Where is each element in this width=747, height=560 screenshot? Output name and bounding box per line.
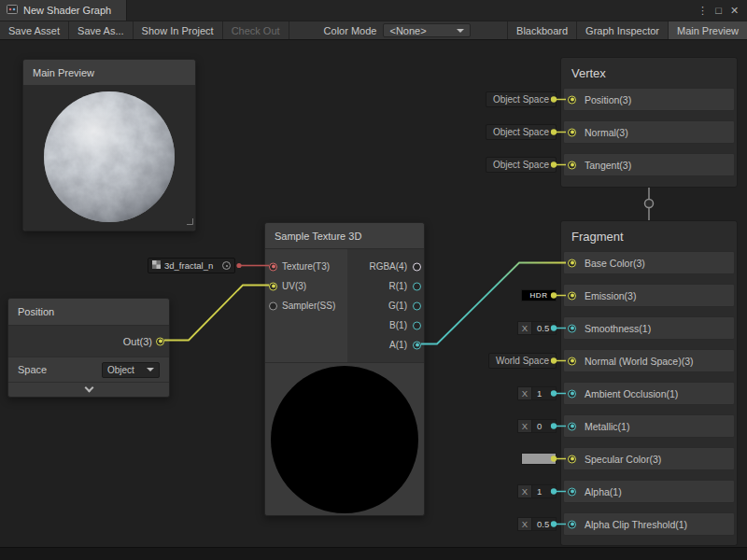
tangent-space-dropdown[interactable]: Object Space (486, 157, 557, 173)
fragment-row-emission[interactable]: Emission(3) (563, 284, 735, 307)
x-component-label: X (517, 517, 532, 531)
sample-node-header[interactable]: Sample Texture 3D (265, 223, 424, 249)
normal-ws-port[interactable] (568, 357, 576, 365)
ambient-occlusion-field[interactable]: X 1 (517, 386, 557, 400)
canvas-bottom-strip (0, 547, 747, 560)
toolbar: Save Asset Save As... Show In Project Ch… (0, 21, 747, 40)
shader-graph-window: New Shader Graph ⋮ □ ✕ Save Asset Save A… (0, 0, 747, 560)
fragment-row-specular-color[interactable]: Specular Color(3) (563, 447, 735, 470)
save-as-button[interactable]: Save As... (69, 21, 134, 39)
fragment-row-smoothness[interactable]: Smoothness(1) (563, 316, 735, 340)
ambient-occlusion-port[interactable] (568, 389, 576, 398)
row-label: Position(3) (585, 94, 631, 105)
a-output-row: A(1) (347, 335, 424, 355)
alpha-field[interactable]: X 1 (517, 484, 557, 498)
resize-handle-icon[interactable] (187, 212, 193, 229)
g-output-port[interactable] (413, 301, 421, 310)
position-node-header[interactable]: Position (8, 299, 169, 326)
emission-hdr-swatch[interactable]: HDR (521, 289, 557, 301)
caret-down-icon (457, 29, 464, 33)
fragment-row-base-color[interactable]: Base Color(3) (563, 251, 735, 274)
color-mode-value: <None> (389, 25, 426, 36)
fragment-context[interactable]: Fragment Base Color(3) Emission(3) Smoot… (560, 220, 738, 546)
texture-field[interactable]: 3d_fractal_n (148, 258, 235, 273)
position-node[interactable]: Position Out(3) Space Object (7, 298, 170, 398)
vertex-row-normal[interactable]: Normal(3) (563, 120, 735, 144)
position-block-port[interactable] (568, 95, 576, 104)
port-label: G(1) (388, 301, 407, 311)
emission-widget[interactable]: HDR (521, 289, 557, 301)
sampler-input-port[interactable] (269, 301, 277, 310)
fragment-row-metallic[interactable]: Metallic(1) (563, 414, 735, 438)
smoothness-field[interactable]: X 0.5 (517, 321, 557, 335)
fragment-row-alpha-clip[interactable]: Alpha Clip Threshold(1) (563, 512, 735, 536)
row-label: Ambient Occlusion(1) (585, 388, 678, 399)
position-out-port[interactable] (156, 337, 164, 345)
normal-space-dropdown[interactable]: Object Space (486, 124, 557, 140)
vertex-row-position[interactable]: Position(3) (563, 88, 735, 111)
color-mode-dropdown[interactable]: <None> (383, 23, 471, 37)
main-preview-title: Main Preview (33, 67, 94, 78)
row-label: Normal(3) (585, 127, 628, 138)
r-output-port[interactable] (413, 282, 421, 290)
specular-color-port[interactable] (568, 455, 576, 463)
sampler-input-row: Sampler(SS) (265, 296, 347, 315)
specular-color-widget[interactable] (521, 453, 557, 465)
show-in-project-button[interactable]: Show In Project (134, 21, 223, 39)
port-label: RGBA(4) (369, 261, 407, 272)
close-icon[interactable]: ✕ (726, 0, 742, 21)
maximize-icon[interactable]: □ (711, 0, 726, 21)
smoothness-port[interactable] (568, 324, 576, 332)
x-component-value[interactable]: 0.5 (532, 321, 557, 335)
fragment-row-alpha[interactable]: Alpha(1) (563, 480, 735, 503)
a-output-port[interactable] (413, 341, 421, 349)
texture-input-port[interactable] (269, 262, 277, 271)
row-label: Base Color(3) (585, 258, 645, 269)
port-label: A(1) (389, 340, 407, 350)
object-picker-icon[interactable] (222, 261, 231, 270)
node-title: Position (18, 306, 54, 317)
vertex-context[interactable]: Vertex Position(3) Normal(3) Tangent(3) (560, 57, 738, 188)
space-dropdown[interactable]: Object (102, 362, 160, 378)
window-controls: ⋮ □ ✕ (695, 0, 747, 21)
sample-texture-3d-node[interactable]: Sample Texture 3D Texture(T3) UV(3) Samp… (264, 222, 425, 516)
tangent-block-port[interactable] (568, 161, 576, 169)
x-component-value[interactable]: 0 (532, 419, 557, 433)
row-label: Alpha Clip Threshold(1) (585, 519, 687, 530)
position-space-dropdown[interactable]: Object Space (486, 91, 557, 107)
texture-3d-icon (152, 260, 161, 271)
fragment-row-ambient-occlusion[interactable]: Ambient Occlusion(1) (563, 382, 735, 405)
tab-new-shader-graph[interactable]: New Shader Graph (0, 0, 127, 21)
kebab-menu-icon[interactable]: ⋮ (695, 0, 711, 21)
save-asset-button[interactable]: Save Asset (0, 21, 69, 39)
main-preview-button[interactable]: Main Preview (668, 21, 747, 39)
main-preview-panel[interactable]: Main Preview (22, 59, 196, 231)
metallic-port[interactable] (568, 422, 576, 430)
specular-color-swatch[interactable] (521, 453, 557, 465)
rgba-output-port[interactable] (413, 262, 421, 271)
x-component-value[interactable]: 1 (532, 386, 557, 400)
x-component-value[interactable]: 1 (532, 484, 557, 498)
normal-ws-space-dropdown[interactable]: World Space (488, 353, 557, 369)
fragment-row-normal-ws[interactable]: Normal (World Space)(3) (563, 349, 735, 372)
emission-port[interactable] (568, 291, 576, 300)
alpha-port[interactable] (568, 487, 576, 496)
row-label: Smoothness(1) (585, 323, 651, 334)
base-color-port[interactable] (568, 259, 576, 267)
collapse-toggle[interactable] (8, 382, 169, 397)
normal-block-port[interactable] (568, 128, 576, 136)
x-component-value[interactable]: 0.5 (532, 517, 557, 531)
out-port-label: Out(3) (123, 336, 152, 347)
uv-input-port[interactable] (269, 282, 277, 290)
main-preview-header[interactable]: Main Preview (23, 60, 195, 86)
alpha-clip-port[interactable] (568, 520, 576, 528)
space-label: Space (18, 364, 47, 375)
graph-inspector-button[interactable]: Graph Inspector (576, 21, 668, 39)
alpha-clip-field[interactable]: X 0.5 (517, 517, 557, 531)
row-label: Tangent(3) (585, 160, 631, 171)
vertex-row-tangent[interactable]: Tangent(3) (563, 153, 735, 176)
graph-canvas[interactable]: Main Preview (0, 40, 747, 560)
b-output-port[interactable] (413, 321, 421, 329)
blackboard-button[interactable]: Blackboard (507, 21, 576, 39)
metallic-field[interactable]: X 0 (517, 419, 557, 433)
